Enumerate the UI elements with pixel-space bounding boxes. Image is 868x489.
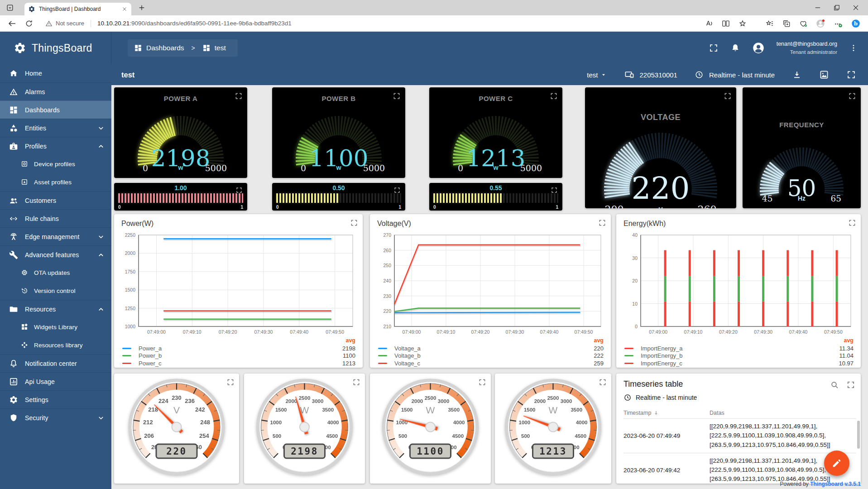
legend-avg-header: avg bbox=[624, 337, 854, 345]
legend-row[interactable]: Power_a2198 bbox=[122, 345, 355, 352]
fullscreen-icon[interactable] bbox=[599, 378, 607, 386]
notifications-bell-icon[interactable] bbox=[730, 43, 740, 53]
table-timewindow[interactable]: Realtime - last minute bbox=[623, 393, 697, 402]
sidebar-item-settings[interactable]: Settings bbox=[0, 390, 111, 408]
fullscreen-icon[interactable] bbox=[235, 92, 243, 100]
export-download-icon[interactable] bbox=[792, 70, 802, 80]
column-datas[interactable]: Datas bbox=[710, 410, 724, 416]
svg-text:206: 206 bbox=[144, 432, 154, 439]
sidebar-item-entities[interactable]: Entities bbox=[0, 119, 111, 137]
sidebar-item-version-control[interactable]: Version control bbox=[0, 282, 111, 300]
new-tab-button[interactable] bbox=[138, 4, 146, 12]
entity-select[interactable]: test bbox=[587, 71, 607, 79]
fullscreen-icon[interactable] bbox=[393, 187, 401, 194]
search-icon[interactable] bbox=[830, 380, 839, 389]
browser-menu-icon[interactable] bbox=[833, 19, 843, 29]
legend-row[interactable]: Voltage_b222 bbox=[378, 352, 604, 360]
thingsboard-logo[interactable]: ThingsBoard bbox=[0, 32, 111, 64]
read-aloud-icon[interactable] bbox=[705, 19, 714, 28]
version-link[interactable]: Thingsboard v.3.5.1 bbox=[810, 481, 861, 487]
restore-button[interactable] bbox=[833, 4, 841, 12]
fullscreen-icon[interactable] bbox=[551, 187, 558, 194]
header-menu-icon[interactable] bbox=[849, 43, 858, 53]
breadcrumb-test[interactable]: test bbox=[202, 44, 226, 52]
favorite-star-icon[interactable] bbox=[738, 19, 747, 28]
fullscreen-icon[interactable] bbox=[598, 219, 606, 227]
sidebar-item-widgets-library[interactable]: Widgets Library bbox=[0, 318, 111, 336]
sidebar-item-device-profiles[interactable]: Device profiles bbox=[0, 155, 111, 173]
sidebar-item-asset-profiles[interactable]: Asset profiles bbox=[0, 173, 111, 191]
sidebar-item-customers[interactable]: Customers bbox=[0, 191, 111, 209]
legend-row[interactable]: Voltage_c259 bbox=[378, 360, 604, 367]
header-fullscreen-icon[interactable] bbox=[709, 43, 719, 53]
bing-icon[interactable]: b bbox=[851, 19, 861, 29]
sidebar-item-advanced-features[interactable]: Advanced features bbox=[0, 245, 111, 264]
fullscreen-icon[interactable] bbox=[550, 92, 558, 100]
browser-profile-avatar[interactable] bbox=[815, 19, 825, 29]
edit-dashboard-fab[interactable] bbox=[824, 451, 849, 476]
fullscreen-icon[interactable] bbox=[352, 378, 360, 386]
browser-tab[interactable]: ThingsBoard | Dashboard bbox=[24, 3, 131, 15]
sidebar-item-notification-center[interactable]: Notification center bbox=[0, 354, 111, 372]
legend-row[interactable]: Power_b1100 bbox=[122, 352, 355, 360]
split-screen-icon[interactable] bbox=[721, 19, 730, 28]
svg-text:500: 500 bbox=[521, 433, 530, 439]
close-button[interactable] bbox=[852, 4, 860, 12]
svg-text:20: 20 bbox=[632, 278, 638, 283]
refresh-button[interactable] bbox=[24, 19, 34, 28]
browser-essentials-icon[interactable] bbox=[799, 19, 808, 28]
fullscreen-icon[interactable] bbox=[235, 187, 243, 194]
sidebar-item-ota-updates[interactable]: OTA updates bbox=[0, 264, 111, 282]
tab-close-icon[interactable] bbox=[121, 6, 128, 12]
table-title: Timeseries table bbox=[623, 379, 683, 389]
legend-row[interactable]: ImportEnergy_a11.34 bbox=[624, 345, 854, 352]
sidebar-item-rule-chains[interactable]: Rule chains bbox=[0, 209, 111, 227]
sidebar-item-api-usage[interactable]: Api Usage bbox=[0, 372, 111, 390]
fullscreen-icon[interactable] bbox=[393, 92, 401, 100]
address-bar[interactable]: Not secure 10.10.20.21:9090/dashboards/e… bbox=[45, 20, 705, 27]
fullscreen-icon[interactable] bbox=[848, 219, 856, 227]
fullscreen-icon[interactable] bbox=[226, 378, 235, 386]
sidebar-item-home[interactable]: Home bbox=[0, 64, 111, 82]
back-button[interactable] bbox=[7, 19, 17, 29]
sidebar-item-edge-management[interactable]: Edge management bbox=[0, 227, 111, 245]
collections-icon[interactable] bbox=[782, 19, 791, 28]
entities-icon bbox=[9, 124, 18, 133]
sidebar-item-resources-library[interactable]: Resources library bbox=[0, 336, 111, 354]
legend-row[interactable]: Power_c1213 bbox=[122, 360, 355, 367]
timewindow-button[interactable]: Realtime - last minute bbox=[695, 70, 775, 79]
device-chip[interactable]: 2205310001 bbox=[624, 70, 677, 80]
energy-chart: Energy(kWh)01020304007:49:0007:49:1007:4… bbox=[616, 214, 861, 368]
sidebar-item-label: Security bbox=[25, 414, 48, 422]
site-warning-icon bbox=[45, 20, 53, 27]
dashboard-image-icon[interactable] bbox=[819, 70, 829, 80]
fullscreen-icon[interactable] bbox=[846, 380, 855, 389]
fullscreen-icon[interactable] bbox=[478, 378, 486, 386]
svg-text:0: 0 bbox=[635, 324, 638, 329]
dashboard-fullscreen-icon[interactable] bbox=[846, 70, 856, 80]
svg-text:3500: 3500 bbox=[322, 407, 334, 412]
column-timestamp[interactable]: Timestamp bbox=[623, 410, 710, 416]
sidebar-item-alarms[interactable]: Alarms bbox=[0, 82, 111, 101]
sidebar-item-profiles[interactable]: Profiles bbox=[0, 137, 111, 155]
user-avatar[interactable] bbox=[752, 42, 765, 54]
fullscreen-icon[interactable] bbox=[848, 92, 856, 100]
minimize-button[interactable] bbox=[814, 4, 822, 12]
fullscreen-icon[interactable] bbox=[724, 92, 732, 100]
legend-row[interactable]: ImportEnergy_b11.04 bbox=[624, 352, 854, 360]
breadcrumb-dashboards[interactable]: Dashboards bbox=[134, 44, 184, 52]
favorites-bar-icon[interactable] bbox=[765, 19, 774, 28]
sidebar-item-dashboards[interactable]: Dashboards bbox=[0, 101, 111, 119]
tab-actions-icon[interactable] bbox=[5, 3, 14, 12]
legend-row[interactable]: Voltage_a220 bbox=[378, 345, 604, 352]
sidebar-item-resources[interactable]: Resources bbox=[0, 300, 111, 318]
legend-row[interactable]: ImportEnergy_c10.97 bbox=[624, 360, 854, 367]
sidebar-item-security[interactable]: Security bbox=[0, 408, 111, 427]
brand-name: ThingsBoard bbox=[32, 42, 92, 54]
table-scrollbar[interactable] bbox=[857, 421, 860, 449]
gauge-max-label: 5000 bbox=[205, 163, 227, 173]
fullscreen-icon[interactable] bbox=[350, 219, 358, 227]
table-row[interactable]: 2023-06-20 07:49:42[[220,9.99,2198,11.33… bbox=[623, 453, 856, 484]
svg-text:1000: 1000 bbox=[125, 324, 136, 329]
table-row[interactable]: 2023-06-20 07:49:49[[220,9.99,2198,11.33… bbox=[623, 419, 856, 453]
